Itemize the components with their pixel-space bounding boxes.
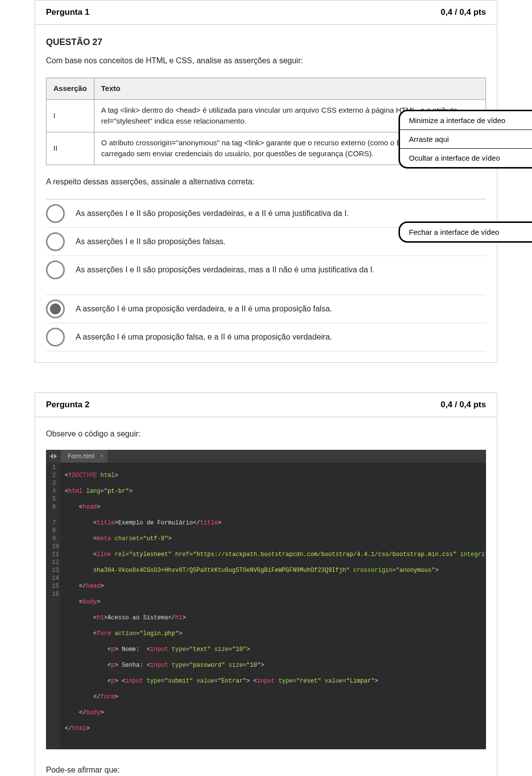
question-1-card: Pergunta 1 0,4 / 0,4 pts QUESTÃO 27 Com …	[35, 0, 497, 363]
tab-label: Form.html	[68, 453, 94, 460]
col-text: Texto	[94, 78, 486, 100]
code-area: 123456 7891011 1213141516 <!DOCTYPE html…	[46, 463, 486, 749]
question-2-card: Pergunta 2 0,4 / 0,4 pts Observe o códig…	[35, 392, 497, 776]
question-2-intro: Observe o código a seguir:	[46, 428, 486, 440]
option-3[interactable]: As asserções I e II são proposições verd…	[46, 256, 486, 284]
close-icon[interactable]: ×	[100, 452, 103, 460]
code-editor: Form.html × 123456 7891011 1213141516 <!…	[46, 450, 486, 749]
question-2-points: 0,4 / 0,4 pts	[441, 400, 486, 410]
after-lead: Pode-se afirmar que:	[46, 764, 486, 776]
prev-tab-icon[interactable]	[50, 454, 53, 459]
assertion-I-label: I	[46, 99, 94, 132]
option-2-text: As asserções I e II são proposições fals…	[76, 236, 225, 248]
option-4[interactable]: A asserção I é uma proposição verdadeira…	[46, 295, 486, 323]
drag-video[interactable]: Arraste aqui	[400, 129, 532, 148]
question-1-points: 0,4 / 0,4 pts	[441, 7, 486, 17]
option-1-text: As asserções I e II são proposições verd…	[76, 208, 349, 219]
editor-tabbar: Form.html ×	[46, 450, 486, 463]
option-5[interactable]: A asserção I é uma proposição falsa, e a…	[46, 323, 486, 351]
line-gutter: 123456 7891011 1213141516	[46, 463, 60, 749]
radio-icon	[46, 232, 65, 251]
radio-icon	[46, 260, 65, 279]
close-video-popup[interactable]: Fechar a interface de vídeo	[399, 221, 532, 243]
question-1-header: Pergunta 1 0,4 / 0,4 pts	[35, 0, 497, 25]
radio-icon	[46, 328, 65, 346]
tab-nav	[46, 454, 61, 459]
video-interface-popup: Minimize a interface de vídeo Arraste aq…	[399, 110, 532, 169]
option-3-text: As asserções I e II são proposições verd…	[76, 264, 375, 276]
hide-video[interactable]: Ocultar a interface de vídeo	[400, 148, 532, 167]
option-5-text: A asserção I é uma proposição falsa, e a…	[76, 331, 332, 343]
radio-icon	[46, 300, 65, 318]
code-content: <!DOCTYPE html> <html lang="pt-br"> <hea…	[60, 463, 486, 749]
question-1-linker: A respeito dessas asserções, assinale a …	[46, 176, 486, 188]
question-1-intro: Com base nos conceitos de HTML e CSS, an…	[46, 55, 486, 67]
question-1-heading: QUESTÃO 27	[46, 36, 486, 49]
radio-icon	[46, 204, 65, 223]
question-2-header: Pergunta 2 0,4 / 0,4 pts	[35, 393, 497, 417]
editor-tab[interactable]: Form.html ×	[61, 450, 107, 463]
col-label: Asserção	[46, 78, 94, 100]
minimize-video[interactable]: Minimize a interface de vídeo	[400, 111, 532, 129]
question-1-title: Pergunta 1	[46, 7, 89, 17]
option-4-text: A asserção I é uma proposição verdadeira…	[76, 303, 332, 315]
assertion-II-label: II	[46, 132, 94, 165]
next-tab-icon[interactable]	[54, 454, 57, 459]
question-2-title: Pergunta 2	[46, 400, 89, 410]
